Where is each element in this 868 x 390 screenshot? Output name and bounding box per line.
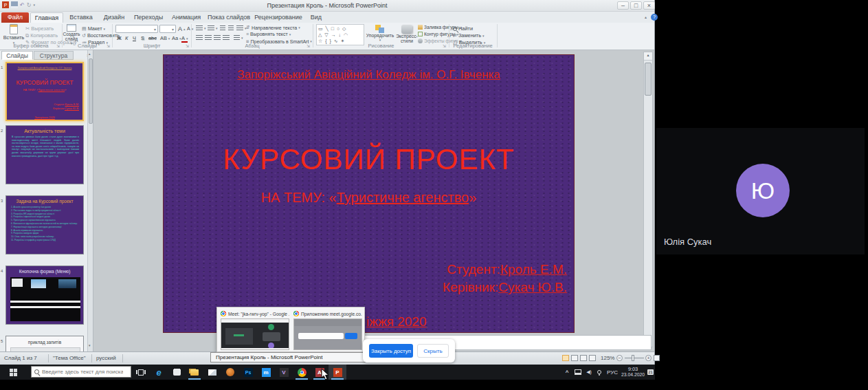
search-input[interactable] xyxy=(42,369,123,375)
window-preview-card[interactable]: Приложению meet.google.co... xyxy=(293,310,362,317)
taskbar-app-edge[interactable]: e xyxy=(150,365,168,380)
tab-insert[interactable]: Вставка xyxy=(65,12,98,23)
align-right-button[interactable] xyxy=(214,35,221,41)
italic-button[interactable]: К xyxy=(125,35,128,41)
numbering-button[interactable]: ▾ xyxy=(208,25,218,31)
preview-screenshot[interactable] xyxy=(221,318,289,350)
shrink-font-button[interactable]: А▾ xyxy=(187,26,193,31)
panel-tab-slides[interactable]: Слайды xyxy=(1,51,33,60)
taskbar-search[interactable] xyxy=(31,366,131,378)
text-shadow-button[interactable]: S xyxy=(141,35,144,41)
reset-button[interactable]: ↺Восстановить xyxy=(82,32,120,39)
text-direction-button[interactable]: ⇵Направление текста▾ xyxy=(246,25,300,30)
network-icon[interactable] xyxy=(573,365,583,380)
taskbar-app-chrome[interactable] xyxy=(293,365,311,380)
stop-sharing-button[interactable]: Закрыть доступ xyxy=(369,344,413,358)
slide-sorter-view-button[interactable] xyxy=(571,355,578,361)
zoom-out-button[interactable]: − xyxy=(616,355,623,361)
copy-button[interactable]: ⧉Копировать xyxy=(25,32,58,39)
window-preview-card[interactable]: Meet: "jka-rwrv-yop" - Google ... xyxy=(221,310,289,317)
help-icon[interactable]: ? xyxy=(651,14,658,21)
tab-view[interactable]: Вид xyxy=(305,12,327,23)
dialog-launcher-icon[interactable]: ⇲ xyxy=(443,44,446,48)
maximize-button[interactable]: □ xyxy=(630,1,642,10)
char-spacing-button[interactable]: АВ▾ xyxy=(160,35,170,41)
panel-scrollbar[interactable]: ▴ ▾ xyxy=(87,50,93,351)
tab-review[interactable]: Рецензирование xyxy=(253,12,304,23)
replace-button[interactable]: ⇄Заменить▾ xyxy=(453,32,485,39)
taskbar-app-mail[interactable] xyxy=(203,365,221,380)
collapse-ribbon-icon[interactable]: ▴ xyxy=(645,14,647,19)
preview-screenshot[interactable] xyxy=(293,318,362,350)
cut-button[interactable]: ✂Вырезать xyxy=(25,25,54,32)
language-indicator[interactable]: русский xyxy=(96,355,116,361)
panel-tab-outline[interactable]: Структура xyxy=(34,51,74,60)
reading-view-button[interactable] xyxy=(580,355,587,361)
tab-home[interactable]: Главная xyxy=(30,12,63,23)
slide-canvas[interactable]: Запоріжський Авіаційний Коледж ім. О.Г. … xyxy=(163,54,575,333)
dialog-launcher-icon[interactable]: ⇲ xyxy=(186,44,189,48)
fit-to-window-button[interactable] xyxy=(654,355,660,361)
taskbar-app-file-explorer[interactable] xyxy=(186,365,203,380)
underline-button[interactable]: Ч xyxy=(133,35,136,41)
dialog-launcher-icon[interactable]: ⇲ xyxy=(107,44,110,48)
taskbar-app-store[interactable] xyxy=(168,365,186,380)
zoom-slider-track[interactable] xyxy=(625,358,644,358)
language-indicator[interactable]: РУС xyxy=(605,365,620,380)
layout-button[interactable]: ▤Макет▾ xyxy=(82,25,105,32)
taskbar-app-visual-studio[interactable]: V xyxy=(275,365,293,380)
close-button[interactable]: × xyxy=(643,1,655,10)
font-size-select[interactable]: ▾ xyxy=(159,25,176,33)
slide-thumbnail-3[interactable]: Задача на Курсовий проект 1. Аналіз суча… xyxy=(5,195,84,254)
volume-icon[interactable]: ◀) xyxy=(584,365,594,380)
panel-scrollbar-thumb[interactable] xyxy=(89,58,93,124)
align-text-button[interactable]: ≡Выровнять текст▾ xyxy=(246,32,291,36)
slide-thumbnail-2[interactable]: Актуальність теми В сучасних умовах бази… xyxy=(5,125,84,184)
dialog-launcher-icon[interactable]: ⇲ xyxy=(56,44,60,48)
slide-thumbnail-4[interactable]: Кнопочна форма (Меню) xyxy=(5,266,84,325)
taskbar-app-photoshop[interactable]: Ps xyxy=(239,365,257,380)
increase-indent-button[interactable] xyxy=(228,25,234,31)
slide-thumbnail-5[interactable]: приклад запитів xyxy=(5,336,84,351)
participant-video-tile[interactable]: Ю Юлія Сукач xyxy=(656,128,865,254)
scroll-up-icon[interactable]: ▴ xyxy=(644,52,652,61)
bold-button[interactable]: Ж xyxy=(117,35,122,41)
usb-icon[interactable] xyxy=(595,365,603,380)
minimize-button[interactable]: – xyxy=(617,1,629,10)
arrange-button[interactable]: Упорядочить▾ xyxy=(368,25,392,42)
taskbar-app-powerpoint[interactable]: P xyxy=(329,365,346,380)
zoom-slider-thumb[interactable] xyxy=(632,355,634,361)
zoom-in-button[interactable]: + xyxy=(645,355,652,361)
start-button[interactable] xyxy=(4,365,22,380)
grow-font-button[interactable]: А▴ xyxy=(178,25,186,32)
tab-animations[interactable]: Анимация xyxy=(168,12,205,23)
scrollbar-thumb[interactable] xyxy=(645,63,652,96)
dialog-launcher-icon[interactable]: ⇲ xyxy=(307,44,310,48)
font-name-select[interactable]: ▾ xyxy=(115,25,158,33)
strikethrough-button[interactable]: abc xyxy=(148,35,157,41)
change-case-button[interactable]: Aa▾ xyxy=(172,35,181,41)
clock[interactable]: 9:03 23.04.2020 xyxy=(620,365,646,380)
task-view-button[interactable] xyxy=(132,365,150,380)
tab-file[interactable]: Файл xyxy=(1,12,29,23)
paste-button[interactable]: Вставить▾ xyxy=(4,24,23,45)
find-button[interactable]: Найти xyxy=(453,25,473,32)
taskbar-app-messenger[interactable]: m xyxy=(257,365,275,380)
tab-design[interactable]: Дизайн xyxy=(99,12,129,23)
hide-bar-button[interactable]: Скрыть xyxy=(417,344,449,358)
notification-center-icon[interactable]: 21 xyxy=(646,365,655,380)
quick-styles-button[interactable]: Экспресс-стили xyxy=(393,25,421,43)
font-color-button[interactable]: А▾ xyxy=(181,35,188,43)
slide-thumbnail-1[interactable]: Запоріжський Авіаційний Коледж ім. О.Г. … xyxy=(5,62,84,121)
tab-slideshow[interactable]: Показ слайдов xyxy=(206,12,252,23)
justify-button[interactable] xyxy=(223,35,230,41)
bullets-button[interactable]: ▾ xyxy=(196,25,206,31)
align-left-button[interactable] xyxy=(196,35,203,41)
columns-button[interactable]: ▾ xyxy=(234,35,243,41)
taskbar-app-game[interactable] xyxy=(221,365,239,380)
normal-view-button[interactable] xyxy=(562,355,569,361)
decrease-indent-button[interactable] xyxy=(220,25,225,31)
slide-scrollbar[interactable]: ▴ xyxy=(643,52,653,347)
tray-chevron-icon[interactable]: ^ xyxy=(562,365,572,380)
tab-transitions[interactable]: Переходы xyxy=(131,12,166,23)
